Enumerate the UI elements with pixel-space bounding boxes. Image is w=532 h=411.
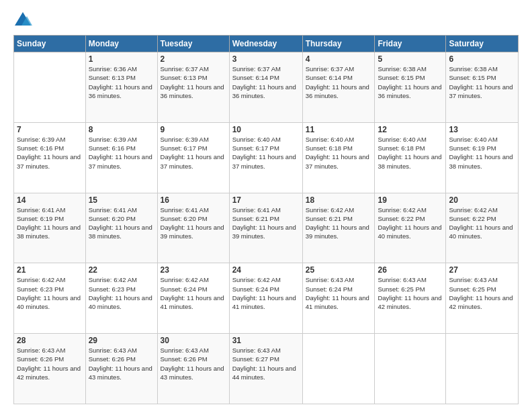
day-info: Sunrise: 6:39 AMSunset: 6:16 PMDaylight:… (89, 135, 154, 171)
day-number: 16 (161, 195, 226, 205)
day-info: Sunrise: 6:40 AMSunset: 6:18 PMDaylight:… (378, 135, 443, 171)
calendar-cell: 31Sunrise: 6:43 AMSunset: 6:27 PMDayligh… (229, 334, 302, 404)
calendar-cell: 25Sunrise: 6:43 AMSunset: 6:24 PMDayligh… (302, 263, 375, 334)
calendar-cell (302, 334, 375, 404)
day-info: Sunrise: 6:43 AMSunset: 6:24 PMDaylight:… (306, 275, 372, 311)
calendar-cell: 9Sunrise: 6:39 AMSunset: 6:17 PMDaylight… (157, 122, 229, 193)
calendar-cell (375, 334, 446, 404)
day-info: Sunrise: 6:40 AMSunset: 6:18 PMDaylight:… (306, 135, 372, 171)
day-info: Sunrise: 6:41 AMSunset: 6:21 PMDaylight:… (232, 205, 300, 241)
day-info: Sunrise: 6:43 AMSunset: 6:25 PMDaylight:… (378, 275, 443, 311)
day-info: Sunrise: 6:37 AMSunset: 6:14 PMDaylight:… (306, 64, 372, 100)
day-header: Saturday (446, 36, 519, 52)
day-info: Sunrise: 6:39 AMSunset: 6:17 PMDaylight:… (161, 135, 226, 171)
day-number: 19 (378, 195, 443, 205)
day-number: 17 (232, 195, 300, 205)
day-info: Sunrise: 6:36 AMSunset: 6:13 PMDaylight:… (89, 64, 154, 100)
calendar-week-row: 14Sunrise: 6:41 AMSunset: 6:19 PMDayligh… (14, 193, 519, 263)
calendar-cell: 16Sunrise: 6:41 AMSunset: 6:20 PMDayligh… (157, 193, 229, 263)
logo-icon (13, 11, 32, 30)
day-number: 1 (89, 54, 154, 64)
day-number: 21 (17, 265, 83, 275)
day-number: 25 (306, 265, 372, 275)
day-info: Sunrise: 6:42 AMSunset: 6:22 PMDaylight:… (449, 205, 515, 241)
calendar-cell (14, 52, 86, 123)
calendar-cell: 2Sunrise: 6:37 AMSunset: 6:13 PMDaylight… (157, 52, 229, 123)
day-number: 8 (89, 125, 154, 134)
day-info: Sunrise: 6:43 AMSunset: 6:26 PMDaylight:… (89, 346, 154, 381)
day-info: Sunrise: 6:41 AMSunset: 6:20 PMDaylight:… (89, 205, 154, 241)
calendar-cell: 12Sunrise: 6:40 AMSunset: 6:18 PMDayligh… (375, 122, 446, 193)
calendar-cell: 15Sunrise: 6:41 AMSunset: 6:20 PMDayligh… (85, 193, 157, 263)
calendar-cell: 19Sunrise: 6:42 AMSunset: 6:22 PMDayligh… (375, 193, 446, 263)
calendar-cell: 14Sunrise: 6:41 AMSunset: 6:19 PMDayligh… (14, 193, 86, 263)
day-number: 28 (17, 336, 83, 345)
calendar-cell: 1Sunrise: 6:36 AMSunset: 6:13 PMDaylight… (85, 52, 157, 123)
day-number: 6 (449, 54, 515, 64)
day-number: 20 (449, 195, 515, 205)
calendar-week-row: 28Sunrise: 6:43 AMSunset: 6:26 PMDayligh… (14, 334, 519, 404)
calendar-cell: 26Sunrise: 6:43 AMSunset: 6:25 PMDayligh… (375, 263, 446, 334)
calendar-cell: 23Sunrise: 6:42 AMSunset: 6:24 PMDayligh… (157, 263, 229, 334)
day-info: Sunrise: 6:40 AMSunset: 6:17 PMDaylight:… (232, 135, 300, 171)
day-number: 22 (89, 265, 154, 275)
day-number: 18 (306, 195, 372, 205)
calendar-cell: 5Sunrise: 6:38 AMSunset: 6:15 PMDaylight… (375, 52, 446, 123)
day-info: Sunrise: 6:43 AMSunset: 6:26 PMDaylight:… (161, 346, 226, 381)
day-info: Sunrise: 6:42 AMSunset: 6:24 PMDaylight:… (161, 275, 226, 311)
calendar-cell: 18Sunrise: 6:42 AMSunset: 6:21 PMDayligh… (302, 193, 375, 263)
calendar-week-row: 7Sunrise: 6:39 AMSunset: 6:16 PMDaylight… (14, 122, 519, 193)
logo (13, 11, 35, 30)
day-number: 13 (449, 125, 515, 134)
day-info: Sunrise: 6:43 AMSunset: 6:25 PMDaylight:… (449, 275, 515, 311)
day-header: Friday (375, 36, 446, 52)
day-header: Monday (85, 36, 157, 52)
calendar-cell: 8Sunrise: 6:39 AMSunset: 6:16 PMDaylight… (85, 122, 157, 193)
header (13, 11, 519, 30)
day-number: 24 (232, 265, 300, 275)
day-info: Sunrise: 6:38 AMSunset: 6:15 PMDaylight:… (449, 64, 515, 100)
calendar-header-row: SundayMondayTuesdayWednesdayThursdayFrid… (14, 36, 519, 52)
day-number: 29 (89, 336, 154, 345)
day-number: 4 (306, 54, 372, 64)
day-header: Wednesday (229, 36, 302, 52)
calendar-cell: 3Sunrise: 6:37 AMSunset: 6:14 PMDaylight… (229, 52, 302, 123)
day-header: Tuesday (157, 36, 229, 52)
calendar-cell: 28Sunrise: 6:43 AMSunset: 6:26 PMDayligh… (14, 334, 86, 404)
calendar-cell: 11Sunrise: 6:40 AMSunset: 6:18 PMDayligh… (302, 122, 375, 193)
day-number: 26 (378, 265, 443, 275)
day-number: 31 (232, 336, 300, 345)
calendar-cell: 30Sunrise: 6:43 AMSunset: 6:26 PMDayligh… (157, 334, 229, 404)
day-info: Sunrise: 6:42 AMSunset: 6:22 PMDaylight:… (378, 205, 443, 241)
calendar-cell: 21Sunrise: 6:42 AMSunset: 6:23 PMDayligh… (14, 263, 86, 334)
day-number: 2 (161, 54, 226, 64)
calendar-cell: 17Sunrise: 6:41 AMSunset: 6:21 PMDayligh… (229, 193, 302, 263)
calendar-week-row: 21Sunrise: 6:42 AMSunset: 6:23 PMDayligh… (14, 263, 519, 334)
calendar: SundayMondayTuesdayWednesdayThursdayFrid… (13, 35, 519, 404)
day-info: Sunrise: 6:39 AMSunset: 6:16 PMDaylight:… (17, 135, 83, 171)
day-info: Sunrise: 6:41 AMSunset: 6:20 PMDaylight:… (161, 205, 226, 241)
day-number: 14 (17, 195, 83, 205)
day-number: 12 (378, 125, 443, 134)
day-info: Sunrise: 6:42 AMSunset: 6:23 PMDaylight:… (17, 275, 83, 311)
day-number: 27 (449, 265, 515, 275)
calendar-cell: 13Sunrise: 6:40 AMSunset: 6:19 PMDayligh… (446, 122, 519, 193)
day-header: Sunday (14, 36, 86, 52)
day-number: 11 (306, 125, 372, 134)
day-info: Sunrise: 6:43 AMSunset: 6:27 PMDaylight:… (232, 346, 300, 381)
day-number: 7 (17, 125, 83, 134)
day-info: Sunrise: 6:43 AMSunset: 6:26 PMDaylight:… (17, 346, 83, 381)
day-info: Sunrise: 6:37 AMSunset: 6:14 PMDaylight:… (232, 64, 300, 100)
day-number: 23 (161, 265, 226, 275)
day-number: 10 (232, 125, 300, 134)
day-number: 5 (378, 54, 443, 64)
day-info: Sunrise: 6:37 AMSunset: 6:13 PMDaylight:… (161, 64, 226, 100)
day-info: Sunrise: 6:41 AMSunset: 6:19 PMDaylight:… (17, 205, 83, 241)
day-info: Sunrise: 6:40 AMSunset: 6:19 PMDaylight:… (449, 135, 515, 171)
day-number: 15 (89, 195, 154, 205)
calendar-cell: 22Sunrise: 6:42 AMSunset: 6:23 PMDayligh… (85, 263, 157, 334)
day-number: 3 (232, 54, 300, 64)
calendar-cell: 10Sunrise: 6:40 AMSunset: 6:17 PMDayligh… (229, 122, 302, 193)
calendar-cell: 24Sunrise: 6:42 AMSunset: 6:24 PMDayligh… (229, 263, 302, 334)
calendar-cell (446, 334, 519, 404)
